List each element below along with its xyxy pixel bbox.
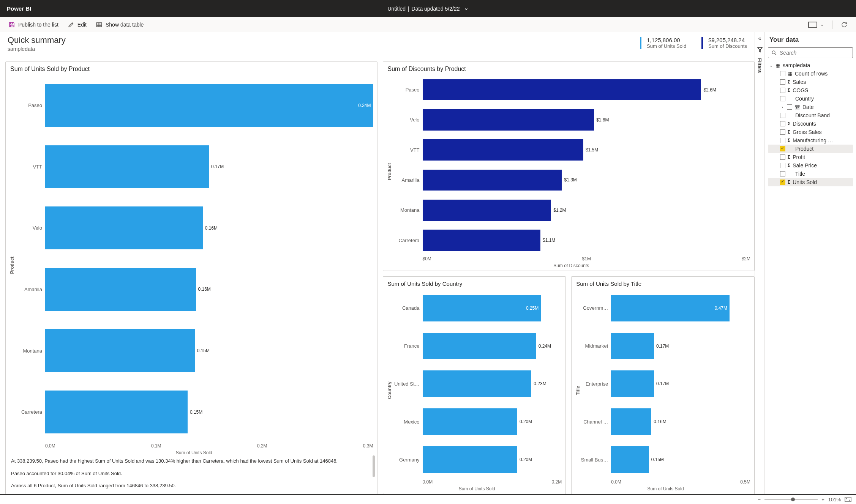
field-row-sales[interactable]: ΣSales [768, 78, 853, 86]
toolbar-divider [832, 20, 832, 29]
kpi-discounts[interactable]: $9,205,248.24 Sum of Discounts [701, 37, 747, 49]
filter-icon[interactable] [757, 47, 763, 53]
bar-category: Amarilla [15, 287, 42, 292]
field-row-manufacturing-[interactable]: ΣManufacturing … [768, 136, 853, 145]
field-row-profit[interactable]: ΣProfit [768, 153, 853, 161]
checkbox[interactable] [780, 121, 785, 126]
field-row-title[interactable]: Title [768, 170, 853, 178]
bar-row[interactable]: Midmarket0.17M [581, 327, 750, 365]
chart-units-by-product[interactable]: Sum of Units Sold by Product Product Pas… [5, 61, 377, 494]
filters-label[interactable]: Filters [757, 58, 763, 73]
bar-row[interactable]: Carretera0.15M [15, 381, 373, 443]
field-row-gross-sales[interactable]: ΣGross Sales [768, 128, 853, 136]
sigma-icon: Σ [788, 180, 790, 185]
view-mode-button[interactable]: ⌄ [804, 20, 828, 29]
bar-category: Germany [392, 457, 420, 463]
field-row-date[interactable]: ›Date [768, 103, 853, 111]
edit-button[interactable]: Edit [64, 20, 90, 30]
bar-row[interactable]: Small Bus…0.15M [581, 441, 750, 479]
bar-row[interactable]: Channel …0.16M [581, 403, 750, 441]
checkbox[interactable] [780, 171, 785, 176]
field-label: COGS [793, 87, 808, 93]
field-row-product[interactable]: Product [768, 145, 853, 153]
chart-discounts-by-product[interactable]: Sum of Discounts by Product Product Pase… [383, 61, 755, 271]
bar-row[interactable]: VTT0.17M [15, 136, 373, 198]
checkbox[interactable] [780, 79, 785, 85]
doc-title-area[interactable]: Untitled | Data updated 5/2/22 [388, 5, 469, 12]
sigma-icon: Σ [788, 163, 790, 168]
field-row-discounts[interactable]: ΣDiscounts [768, 120, 853, 128]
refresh-button[interactable] [837, 20, 851, 30]
bar-category: Midmarket [581, 343, 608, 349]
bar-value: $1.3M [564, 177, 576, 183]
bar-row[interactable]: Amarilla0.16M [15, 259, 373, 320]
chart-units-by-country[interactable]: Sum of Units Sold by Country Country Can… [383, 276, 566, 494]
checkbox[interactable] [780, 88, 785, 93]
x-axis-label: Sum of Units Sold [15, 450, 373, 455]
svg-rect-0 [809, 22, 817, 27]
bar-row[interactable]: VTT$1.5M [392, 135, 751, 165]
bar-row[interactable]: Velo$1.6M [392, 105, 751, 135]
checkbox[interactable] [780, 180, 785, 185]
checkbox[interactable] [780, 146, 785, 151]
field-row-units-sold[interactable]: ΣUnits Sold [768, 178, 853, 186]
zoom-in-button[interactable]: + [821, 497, 824, 502]
bar-row[interactable]: Amarilla$1.3M [392, 165, 751, 195]
checkbox[interactable] [787, 104, 792, 110]
checkbox[interactable] [780, 113, 785, 118]
bar-row[interactable]: Enterprise0.17M [581, 365, 750, 403]
show-data-table-button[interactable]: Show data table [92, 20, 147, 30]
kpi-units-sold[interactable]: 1,125,806.00 Sum of Units Sold [640, 37, 686, 49]
search-icon [771, 50, 777, 55]
page-title: Quick summary [8, 35, 66, 45]
field-row-sale-price[interactable]: ΣSale Price [768, 161, 853, 170]
bar-row[interactable]: Montana0.15M [15, 320, 373, 381]
fields-pane-title: Your data [769, 36, 853, 44]
search-input-wrap[interactable] [768, 47, 853, 58]
field-row-country[interactable]: Country [768, 94, 853, 103]
bar-row[interactable]: Governm…0.47M [581, 289, 750, 327]
chart-units-by-title[interactable]: Sum of Units Sold by Title Title Governm… [571, 276, 755, 494]
expand-icon[interactable]: › [780, 105, 785, 109]
chart-title: Sum of Discounts by Product [388, 66, 750, 72]
bar-row[interactable]: Germany0.20M [392, 441, 562, 479]
field-row-count-of-rows[interactable]: Count of rows [768, 69, 853, 78]
chevron-down-icon[interactable] [462, 5, 469, 12]
toolbar: Publish to the list Edit Show data table… [0, 17, 856, 32]
checkbox[interactable] [780, 138, 785, 143]
checkbox[interactable] [780, 96, 785, 101]
chart-title: Sum of Units Sold by Country [388, 280, 561, 287]
checkbox[interactable] [780, 154, 785, 160]
x-tick: 0.0M [423, 479, 433, 485]
checkbox[interactable] [780, 163, 785, 168]
fit-to-page-icon[interactable] [845, 497, 851, 502]
kpi-value: $9,205,248.24 [708, 37, 747, 43]
bar-row[interactable]: France0.24M [392, 327, 562, 365]
bar-row[interactable]: Mexico0.20M [392, 403, 562, 441]
bar-row[interactable]: Montana$1.2M [392, 195, 751, 225]
checkbox[interactable] [780, 71, 785, 76]
bar-row[interactable]: United St…0.23M [392, 365, 562, 403]
scrollbar-thumb[interactable] [373, 455, 375, 477]
field-row-discount-band[interactable]: Discount Band [768, 111, 853, 120]
bar-row[interactable]: Canada0.25M [392, 289, 562, 327]
dataset-node[interactable]: ⌄ sampledata [768, 61, 853, 69]
bar-row[interactable]: Velo0.16M [15, 197, 373, 259]
bar-category: Paseo [392, 87, 420, 93]
search-input[interactable] [779, 49, 850, 56]
bar-value: 0.17M [211, 164, 224, 169]
bar-row[interactable]: Carretera$1.1M [392, 225, 751, 255]
collapse-filters-icon[interactable]: « [758, 35, 761, 41]
expand-icon[interactable]: ⌄ [769, 63, 773, 68]
sigma-icon: Σ [788, 154, 790, 160]
bar-row[interactable]: Paseo$2.6M [392, 75, 751, 105]
bar-row[interactable]: Paseo0.34M [15, 75, 373, 136]
checkbox[interactable] [780, 129, 785, 135]
bar-value: 0.17M [656, 343, 669, 349]
zoom-slider[interactable] [764, 499, 818, 500]
zoom-out-button[interactable]: − [758, 497, 761, 502]
field-row-cogs[interactable]: ΣCOGS [768, 86, 853, 94]
publish-button[interactable]: Publish to the list [5, 20, 62, 30]
bar-category: Amarilla [392, 177, 420, 183]
bar-value: 0.15M [651, 457, 664, 462]
